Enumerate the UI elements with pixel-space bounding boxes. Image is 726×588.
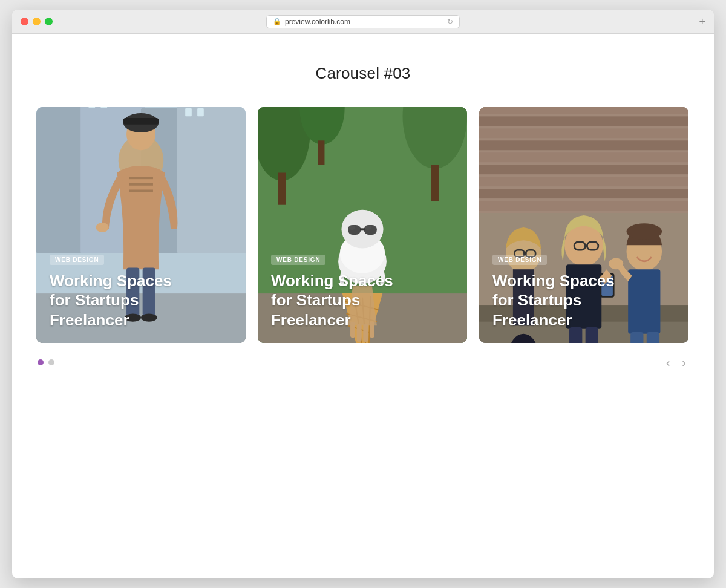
svg-rect-68 xyxy=(479,201,688,211)
carousel-track: WEB DESIGN Working Spaces for Startups F… xyxy=(36,107,690,343)
carousel: WEB DESIGN Working Spaces for Startups F… xyxy=(36,107,690,370)
maximize-button[interactable] xyxy=(45,18,53,25)
carousel-prev-button[interactable]: ‹ xyxy=(664,355,673,370)
minimize-button[interactable] xyxy=(33,18,41,25)
carousel-dot-2[interactable] xyxy=(48,359,54,365)
new-tab-button[interactable]: + xyxy=(699,16,705,27)
svg-rect-67 xyxy=(479,189,688,198)
page-content: Carousel #03 xyxy=(12,34,714,578)
carousel-dots xyxy=(38,359,54,365)
carousel-controls: ‹ › xyxy=(36,355,690,370)
page-title: Carousel #03 xyxy=(36,64,690,83)
card-content-1: WEB DESIGN Working Spaces for Startups F… xyxy=(36,241,246,344)
carousel-dot-1[interactable] xyxy=(38,359,44,365)
svg-rect-19 xyxy=(123,118,159,125)
svg-rect-22 xyxy=(129,189,153,192)
svg-rect-48 xyxy=(360,228,365,230)
svg-point-50 xyxy=(365,225,371,230)
carousel-card-1[interactable]: WEB DESIGN Working Spaces for Startups F… xyxy=(36,107,246,343)
svg-rect-13 xyxy=(185,108,192,116)
card-badge-3: WEB DESIGN xyxy=(492,255,547,265)
traffic-lights xyxy=(21,18,53,25)
address-bar[interactable]: 🔒 preview.colorlib.com ↻ xyxy=(266,15,460,28)
svg-rect-21 xyxy=(129,183,153,186)
carousel-card-2[interactable]: WEB DESIGN Working Spaces for Startups F… xyxy=(258,107,467,343)
browser-window: 🔒 preview.colorlib.com ↻ + Carousel #03 xyxy=(12,10,714,578)
lock-icon: 🔒 xyxy=(273,18,281,25)
url-text: preview.colorlib.com xyxy=(285,18,350,26)
card-title-2: Working Spaces for Startups Freelancer xyxy=(271,271,454,330)
close-button[interactable] xyxy=(21,18,28,25)
svg-rect-63 xyxy=(479,140,688,150)
svg-point-89 xyxy=(626,223,662,240)
carousel-card-3[interactable]: WEB DESIGN Working Spaces for Startups F… xyxy=(479,107,688,343)
carousel-arrows: ‹ › xyxy=(664,355,688,370)
svg-point-49 xyxy=(348,225,355,230)
svg-rect-64 xyxy=(479,152,688,162)
svg-point-27 xyxy=(96,223,108,232)
card-content-2: WEB DESIGN Working Spaces for Startups F… xyxy=(258,241,467,344)
svg-rect-60 xyxy=(479,107,688,114)
card-title-3: Working Spaces for Startups Freelancer xyxy=(492,271,675,330)
refresh-icon[interactable]: ↻ xyxy=(447,18,453,26)
svg-rect-8 xyxy=(88,107,95,108)
card-content-3: WEB DESIGN Working Spaces for Startups F… xyxy=(479,241,688,344)
svg-rect-30 xyxy=(278,173,286,205)
svg-rect-1 xyxy=(36,107,85,253)
svg-rect-14 xyxy=(197,108,204,116)
svg-rect-65 xyxy=(479,165,688,174)
svg-rect-9 xyxy=(100,107,107,108)
svg-rect-61 xyxy=(479,116,688,126)
svg-rect-4 xyxy=(177,107,246,253)
svg-rect-20 xyxy=(129,177,153,179)
card-badge-2: WEB DESIGN xyxy=(271,255,325,265)
svg-rect-66 xyxy=(479,177,688,186)
title-bar: 🔒 preview.colorlib.com ↻ + xyxy=(12,10,714,34)
card-badge-1: WEB DESIGN xyxy=(50,255,104,265)
svg-rect-32 xyxy=(431,165,439,201)
svg-rect-34 xyxy=(318,140,325,165)
card-title-1: Working Spaces for Startups Freelancer xyxy=(50,271,232,330)
svg-rect-62 xyxy=(479,128,688,138)
carousel-next-button[interactable]: › xyxy=(679,355,688,370)
